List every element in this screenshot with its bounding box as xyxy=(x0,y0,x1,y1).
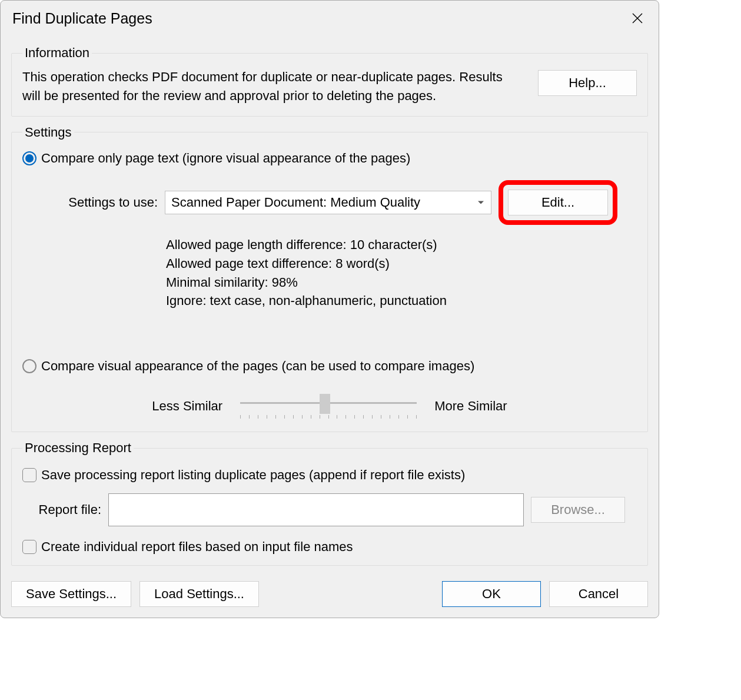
compare-text-radio[interactable] xyxy=(22,151,36,165)
information-row: This operation checks PDF document for d… xyxy=(22,68,637,105)
find-duplicate-pages-dialog: Find Duplicate Pages Information This op… xyxy=(0,0,659,618)
settings-to-use-label: Settings to use: xyxy=(46,195,158,210)
slider-ticks xyxy=(240,415,417,420)
similarity-slider[interactable] xyxy=(240,392,417,421)
close-icon xyxy=(632,12,643,24)
compare-text-radio-row[interactable]: Compare only page text (ignore visual ap… xyxy=(22,151,637,166)
report-file-row: Report file: Browse... xyxy=(32,493,637,526)
ok-button[interactable]: OK xyxy=(442,581,541,607)
more-similar-label: More Similar xyxy=(434,399,507,414)
settings-dropdown[interactable]: Scanned Paper Document: Medium Quality xyxy=(165,191,491,214)
detail-line-3: Minimal similarity: 98% xyxy=(166,273,637,292)
report-file-input[interactable] xyxy=(108,493,524,526)
processing-report-legend: Processing Report xyxy=(22,440,134,456)
similarity-slider-row: Less Similar More Similar xyxy=(22,392,637,421)
save-settings-button[interactable]: Save Settings... xyxy=(11,581,131,607)
save-report-checkbox-label: Save processing report listing duplicate… xyxy=(41,467,465,483)
dialog-title: Find Duplicate Pages xyxy=(12,10,152,27)
compare-visual-radio[interactable] xyxy=(22,359,36,373)
detail-line-2: Allowed page text difference: 8 word(s) xyxy=(166,254,637,273)
compare-visual-radio-label: Compare visual appearance of the pages (… xyxy=(41,359,474,374)
save-report-checkbox[interactable] xyxy=(22,468,36,482)
save-report-checkbox-row[interactable]: Save processing report listing duplicate… xyxy=(22,467,637,483)
edit-button-highlight: Edit... xyxy=(499,180,617,225)
information-group: Information This operation checks PDF do… xyxy=(11,45,648,117)
edit-button[interactable]: Edit... xyxy=(508,190,608,215)
information-legend: Information xyxy=(22,45,92,61)
settings-group: Settings Compare only page text (ignore … xyxy=(11,125,648,433)
button-bar: Save Settings... Load Settings... OK Can… xyxy=(1,573,659,618)
close-button[interactable] xyxy=(628,9,647,28)
detail-line-1: Allowed page length difference: 10 chara… xyxy=(166,235,637,254)
button-bar-right: OK Cancel xyxy=(442,581,648,607)
dialog-content: Information This operation checks PDF do… xyxy=(1,35,659,573)
button-bar-left: Save Settings... Load Settings... xyxy=(11,581,259,607)
settings-details: Allowed page length difference: 10 chara… xyxy=(166,235,637,311)
create-individual-checkbox-label: Create individual report files based on … xyxy=(41,539,353,555)
compare-visual-radio-row[interactable]: Compare visual appearance of the pages (… xyxy=(22,359,637,374)
settings-legend: Settings xyxy=(22,125,74,140)
information-text: This operation checks PDF document for d… xyxy=(22,68,514,105)
processing-report-group: Processing Report Save processing report… xyxy=(11,440,648,566)
create-individual-checkbox[interactable] xyxy=(22,540,36,554)
browse-button[interactable]: Browse... xyxy=(531,497,625,523)
help-button[interactable]: Help... xyxy=(538,70,637,96)
settings-dropdown-value: Scanned Paper Document: Medium Quality xyxy=(171,195,420,210)
create-individual-checkbox-row[interactable]: Create individual report files based on … xyxy=(22,539,637,555)
report-file-label: Report file: xyxy=(32,502,101,517)
detail-line-4: Ignore: text case, non-alphanumeric, pun… xyxy=(166,291,637,310)
less-similar-label: Less Similar xyxy=(152,399,222,414)
load-settings-button[interactable]: Load Settings... xyxy=(139,581,259,607)
settings-to-use-row: Settings to use: Scanned Paper Document:… xyxy=(46,180,637,225)
titlebar: Find Duplicate Pages xyxy=(1,1,659,35)
slider-thumb[interactable] xyxy=(320,394,330,414)
cancel-button[interactable]: Cancel xyxy=(549,581,648,607)
compare-text-radio-label: Compare only page text (ignore visual ap… xyxy=(41,151,410,166)
